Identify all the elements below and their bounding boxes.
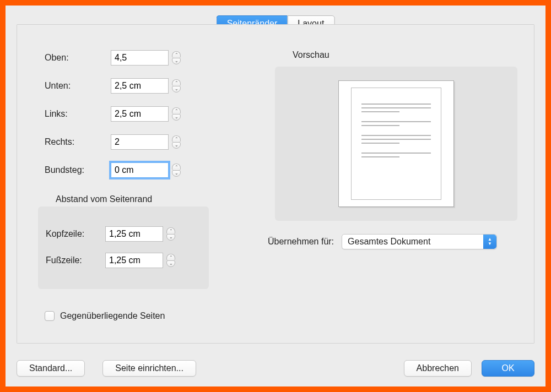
row-right: Rechts: ⌃ ⌄ [45,134,221,150]
stepper-right[interactable]: ⌃ ⌄ [172,135,181,149]
apply-to-row: Übernehmen für: Gesamtes Dokument ▲▼ [268,234,497,249]
input-gutter[interactable] [111,162,169,178]
stepper-left[interactable]: ⌃ ⌄ [172,107,181,121]
preview-page [338,80,454,207]
panel: Oben: ⌃ ⌄ Unten: ⌃ ⌄ [17,24,534,344]
row-header: Kopfzeile: ⌃ ⌄ [46,226,209,242]
row-gutter: Bundsteg: ⌃ ⌄ [45,162,221,178]
input-footer[interactable] [105,253,163,268]
stepper-footer[interactable]: ⌃ ⌄ [166,253,175,268]
apply-to-select[interactable]: Gesamtes Dokument ▲▼ [342,234,497,249]
preview-box [275,67,517,221]
chevron-up-icon[interactable]: ⌃ [172,51,181,58]
chevron-up-icon[interactable]: ⌃ [172,107,181,114]
chevron-down-icon[interactable]: ⌄ [172,58,181,64]
margin-fields: Oben: ⌃ ⌄ Unten: ⌃ ⌄ [45,50,221,190]
mirror-margins-label: Gegenüberliegende Seiten [60,311,165,321]
chevron-up-icon[interactable]: ⌃ [172,164,181,170]
row-footer: Fußzeile: ⌃ ⌄ [46,253,209,268]
row-bottom: Unten: ⌃ ⌄ [45,78,221,94]
label-gutter: Bundsteg: [45,165,111,175]
label-top: Oben: [45,53,111,63]
chevron-down-icon[interactable]: ⌄ [172,170,181,177]
input-left[interactable] [111,106,169,122]
stepper-gutter[interactable]: ⌃ ⌄ [172,163,181,177]
apply-to-value: Gesamtes Dokument [348,237,430,247]
label-header: Kopfzeile: [46,229,105,239]
label-bottom: Unten: [45,81,111,91]
label-footer: Fußzeile: [46,255,105,265]
default-button[interactable]: Standard... [17,360,85,377]
page-setup-button[interactable]: Seite einrichten... [102,360,196,377]
cancel-button[interactable]: Abbrechen [404,360,472,377]
chevron-down-icon[interactable]: ⌄ [172,86,181,92]
stepper-bottom[interactable]: ⌃ ⌄ [172,79,181,93]
input-header[interactable] [105,226,163,242]
label-right: Rechts: [45,137,111,147]
chevron-up-icon[interactable]: ⌃ [172,135,181,142]
apply-to-label: Übernehmen für: [268,237,334,247]
distance-from-edge-group: Abstand vom Seitenrand Kopfzeile: ⌃ ⌄ Fu… [38,206,209,289]
chevron-up-icon[interactable]: ⌃ [172,79,181,86]
chevron-down-icon[interactable]: ⌄ [166,234,175,241]
stepper-top[interactable]: ⌃ ⌄ [172,51,181,65]
button-row: Standard... Seite einrichten... Abbreche… [17,360,534,377]
row-top: Oben: ⌃ ⌄ [45,50,221,66]
chevron-down-icon[interactable]: ⌄ [166,260,175,267]
stepper-header[interactable]: ⌃ ⌄ [166,227,175,241]
distance-group-title: Abstand vom Seitenrand [56,194,152,204]
mirror-margins-row: Gegenüberliegende Seiten [45,311,165,321]
input-bottom[interactable] [111,78,169,94]
ok-button[interactable]: OK [482,360,534,377]
preview-page-inner [351,88,441,200]
select-arrows-icon: ▲▼ [483,235,496,249]
preview-label: Vorschau [293,50,329,60]
chevron-down-icon[interactable]: ⌄ [172,114,181,121]
default-button-label: Standard... [29,363,72,373]
document-margins-dialog: Seitenränder Layout Oben: ⌃ ⌄ Unten: [0,0,551,392]
input-top[interactable] [111,50,169,66]
cancel-button-label: Abbrechen [417,363,459,373]
chevron-down-icon[interactable]: ⌄ [172,142,181,149]
page-setup-button-label: Seite einrichten... [115,363,183,373]
label-left: Links: [45,109,111,119]
row-left: Links: ⌃ ⌄ [45,106,221,122]
ok-button-label: OK [501,363,514,373]
input-right[interactable] [111,134,169,150]
mirror-margins-checkbox[interactable] [45,311,55,321]
chevron-up-icon[interactable]: ⌃ [166,227,175,234]
chevron-up-icon[interactable]: ⌃ [166,254,175,260]
